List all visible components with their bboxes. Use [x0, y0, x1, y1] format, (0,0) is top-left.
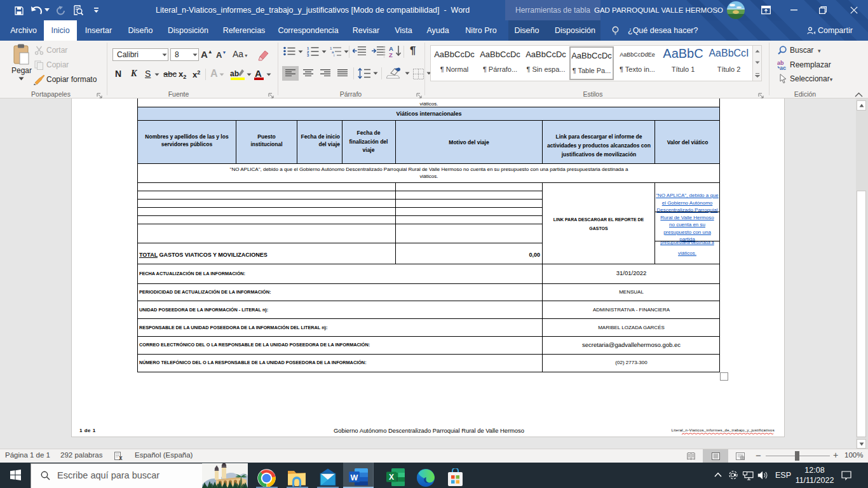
svg-text:Z: Z — [389, 51, 393, 57]
svg-text:i: i — [334, 53, 334, 57]
svg-text:3: 3 — [307, 53, 309, 57]
svg-text:X: X — [389, 473, 394, 482]
svg-text:x: x — [119, 454, 123, 461]
svg-text:W: W — [351, 473, 358, 482]
svg-text:ac: ac — [780, 65, 786, 71]
